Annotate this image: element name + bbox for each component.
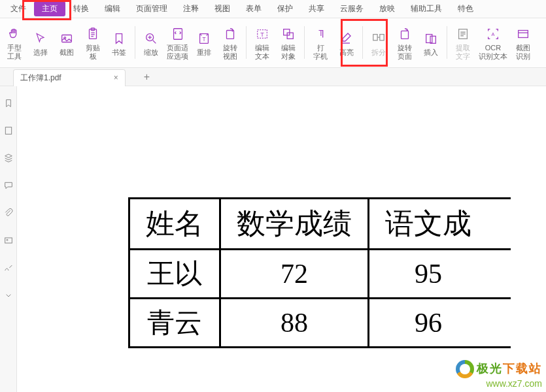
rail-attachments-icon[interactable] xyxy=(3,208,14,218)
fit-page-button[interactable]: 页面适 应选项 xyxy=(164,22,191,63)
typewriter-button[interactable]: T 打 字机 xyxy=(307,22,333,63)
menu-share[interactable]: 共享 xyxy=(301,1,332,17)
add-tab-button[interactable]: + xyxy=(144,71,150,83)
menu-slideshow[interactable]: 放映 xyxy=(371,1,403,17)
rail-layers-icon[interactable] xyxy=(3,153,14,163)
document-tab-title: 工作簿1.pdf xyxy=(20,73,61,84)
zoom-label: 缩放 xyxy=(144,48,158,57)
svg-rect-11 xyxy=(284,29,290,35)
edit-text-icon: T xyxy=(255,24,269,44)
rotate-view-label: 旋转 视图 xyxy=(223,44,237,61)
menu-convert[interactable]: 转换 xyxy=(65,1,97,17)
highlight-button[interactable]: 高亮 xyxy=(333,22,360,63)
ocr-label: OCR 识别文本 xyxy=(479,44,507,61)
menu-form[interactable]: 表单 xyxy=(238,1,269,17)
menu-edit[interactable]: 编辑 xyxy=(97,1,128,17)
clipboard-button[interactable]: 剪贴 板 xyxy=(80,22,106,63)
snapshot-icon xyxy=(60,29,74,48)
menu-home[interactable]: 主页 xyxy=(34,1,65,16)
edit-text-label: 编辑 文本 xyxy=(255,44,269,61)
insert-button[interactable]: 插入 xyxy=(418,22,444,63)
hand-icon xyxy=(7,24,22,44)
rotate-page-button[interactable]: 旋转 页面 xyxy=(392,22,418,63)
menu-aux[interactable]: 辅助工具 xyxy=(403,1,450,17)
close-tab-icon[interactable]: × xyxy=(114,73,118,82)
svg-rect-5 xyxy=(173,29,182,40)
edit-text-button[interactable]: T 编辑 文本 xyxy=(249,22,275,63)
watermark-logo-icon xyxy=(456,360,474,378)
rail-signature-icon[interactable] xyxy=(3,263,14,273)
split-icon xyxy=(371,29,386,48)
watermark-brand-1: 极光 xyxy=(477,362,503,375)
separator xyxy=(304,26,305,59)
svg-rect-17 xyxy=(426,34,432,42)
rail-image-icon[interactable] xyxy=(3,235,14,246)
svg-rect-18 xyxy=(430,36,435,43)
separator xyxy=(447,26,447,59)
bookmark-icon xyxy=(112,29,126,48)
extract-icon xyxy=(456,24,470,44)
extract-text-button[interactable]: 提取 文字 xyxy=(450,22,476,63)
select-button[interactable]: 选择 xyxy=(27,22,54,63)
insert-label: 插入 xyxy=(424,48,438,57)
screen-ocr-icon xyxy=(516,24,530,44)
snapshot-button[interactable]: 截图 xyxy=(54,22,80,63)
cell-chinese: 95 xyxy=(369,250,511,299)
edit-object-icon xyxy=(281,24,296,44)
document-canvas[interactable]: 姓名 数学成绩 语文成 王以 72 95 青云 88 96 xyxy=(17,86,546,392)
ocr-button[interactable]: A OCR 识别文本 xyxy=(476,22,510,63)
watermark-url: www.xz7.com xyxy=(456,378,542,389)
cell-math: 72 xyxy=(220,250,369,299)
rail-comments-icon[interactable] xyxy=(3,180,14,191)
fit-label: 页面适 应选项 xyxy=(167,44,188,61)
svg-rect-23 xyxy=(5,238,12,243)
menu-file[interactable]: 文件 xyxy=(3,1,34,17)
split-label: 拆分 xyxy=(371,48,386,57)
pdf-table: 姓名 数学成绩 语文成 王以 72 95 青云 88 96 xyxy=(128,197,511,348)
header-name: 姓名 xyxy=(129,199,220,250)
svg-rect-16 xyxy=(401,31,409,39)
watermark-brand-2: 下载站 xyxy=(503,362,542,375)
header-math: 数学成绩 xyxy=(220,199,369,250)
table-header-row: 姓名 数学成绩 语文成 xyxy=(129,199,511,250)
header-chinese: 语文成 xyxy=(369,199,511,250)
menu-special[interactable]: 特色 xyxy=(450,1,481,17)
hand-label: 手型 工具 xyxy=(7,44,22,61)
edit-object-button[interactable]: 编辑 对象 xyxy=(275,22,301,63)
zoom-icon xyxy=(144,29,158,48)
svg-rect-15 xyxy=(380,34,384,40)
rail-more-icon[interactable] xyxy=(3,290,14,301)
rail-thumbnails-icon[interactable] xyxy=(3,125,14,136)
menu-comment[interactable]: 注释 xyxy=(175,1,207,17)
cell-chinese: 96 xyxy=(369,299,511,348)
menu-cloud[interactable]: 云服务 xyxy=(332,1,371,17)
rotate-view-button[interactable]: 旋转 视图 xyxy=(217,22,243,63)
svg-rect-14 xyxy=(373,34,377,40)
split-button[interactable]: 拆分 xyxy=(366,22,392,63)
reflow-label: 重排 xyxy=(197,48,211,57)
fit-icon xyxy=(171,24,185,44)
menu-view[interactable]: 视图 xyxy=(207,1,238,17)
zoom-button[interactable]: 缩放 xyxy=(138,22,164,63)
screen-ocr-button[interactable]: 截图 识别 xyxy=(510,22,536,63)
svg-rect-22 xyxy=(5,127,11,135)
menu-pages[interactable]: 页面管理 xyxy=(128,1,175,17)
extract-label: 提取 文字 xyxy=(456,44,470,61)
hand-tool-button[interactable]: 手型 工具 xyxy=(1,22,27,63)
select-label: 选择 xyxy=(33,48,48,57)
reflow-button[interactable]: T 重排 xyxy=(191,22,217,63)
menu-protect[interactable]: 保护 xyxy=(269,1,301,17)
bookmark-label: 书签 xyxy=(112,48,126,57)
bookmark-button[interactable]: 书签 xyxy=(106,22,132,63)
reflow-icon: T xyxy=(197,29,211,48)
svg-rect-21 xyxy=(519,31,528,38)
svg-text:A: A xyxy=(492,31,495,37)
watermark: 极光下载站 www.xz7.com xyxy=(456,360,542,389)
rail-bookmark-icon[interactable] xyxy=(3,98,14,108)
toolbar: 手型 工具 选择 截图 剪贴 板 书签 缩放 页面适 应 xyxy=(0,18,546,68)
separator xyxy=(135,26,135,59)
svg-text:T: T xyxy=(260,31,264,38)
document-tab[interactable]: 工作簿1.pdf × xyxy=(13,69,126,86)
insert-icon xyxy=(424,29,438,48)
main-area: 姓名 数学成绩 语文成 王以 72 95 青云 88 96 xyxy=(0,86,546,392)
